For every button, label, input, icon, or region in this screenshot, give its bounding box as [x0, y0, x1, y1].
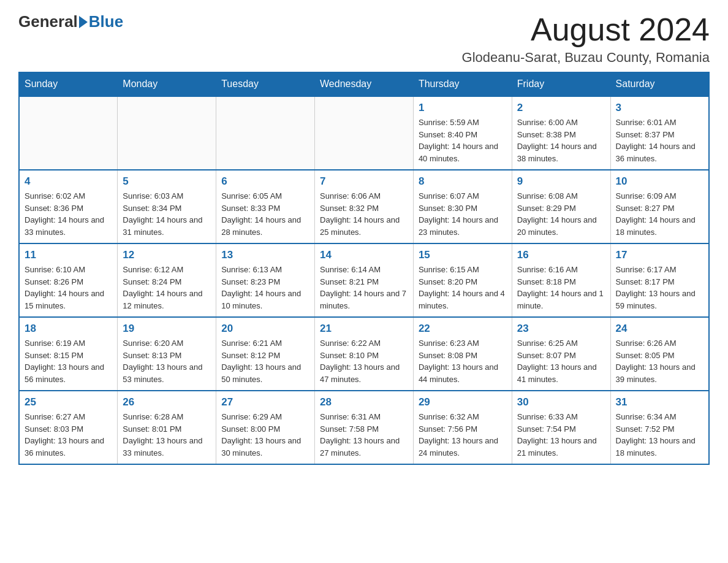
calendar-cell: 23Sunrise: 6:25 AM Sunset: 8:07 PM Dayli…	[512, 317, 610, 391]
calendar-cell: 24Sunrise: 6:26 AM Sunset: 8:05 PM Dayli…	[610, 317, 709, 391]
day-info: Sunrise: 6:08 AM Sunset: 8:29 PM Dayligh…	[517, 190, 605, 238]
day-number: 17	[616, 249, 703, 261]
calendar-header-thursday: Thursday	[413, 72, 512, 97]
day-number: 11	[25, 249, 112, 261]
day-number: 15	[419, 249, 507, 261]
day-info: Sunrise: 6:19 AM Sunset: 8:15 PM Dayligh…	[25, 337, 112, 385]
day-number: 20	[221, 323, 309, 335]
day-info: Sunrise: 6:09 AM Sunset: 8:27 PM Dayligh…	[616, 190, 703, 238]
calendar-cell: 31Sunrise: 6:34 AM Sunset: 7:52 PM Dayli…	[610, 391, 709, 464]
calendar-header-row: SundayMondayTuesdayWednesdayThursdayFrid…	[19, 72, 709, 97]
calendar-header-tuesday: Tuesday	[216, 72, 315, 97]
calendar-cell: 22Sunrise: 6:23 AM Sunset: 8:08 PM Dayli…	[413, 317, 512, 391]
calendar-cell: 8Sunrise: 6:07 AM Sunset: 8:30 PM Daylig…	[413, 170, 512, 243]
calendar-cell	[19, 96, 118, 170]
day-number: 28	[320, 396, 408, 408]
day-info: Sunrise: 6:05 AM Sunset: 8:33 PM Dayligh…	[221, 190, 309, 238]
day-number: 30	[517, 396, 605, 408]
calendar-cell: 16Sunrise: 6:16 AM Sunset: 8:18 PM Dayli…	[512, 243, 610, 317]
calendar-cell: 7Sunrise: 6:06 AM Sunset: 8:32 PM Daylig…	[315, 170, 414, 243]
calendar-cell	[216, 96, 315, 170]
calendar-cell: 3Sunrise: 6:01 AM Sunset: 8:37 PM Daylig…	[610, 96, 709, 170]
title-area: August 2024 Glodeanu-Sarat, Buzau County…	[462, 12, 710, 66]
day-info: Sunrise: 6:15 AM Sunset: 8:20 PM Dayligh…	[419, 264, 507, 312]
calendar-header-friday: Friday	[512, 72, 610, 97]
subtitle: Glodeanu-Sarat, Buzau County, Romania	[462, 50, 710, 66]
calendar-table: SundayMondayTuesdayWednesdayThursdayFrid…	[18, 72, 710, 465]
calendar-cell: 12Sunrise: 6:12 AM Sunset: 8:24 PM Dayli…	[118, 243, 216, 317]
day-info: Sunrise: 6:13 AM Sunset: 8:23 PM Dayligh…	[221, 264, 309, 312]
calendar-header-wednesday: Wednesday	[315, 72, 414, 97]
day-number: 2	[517, 102, 605, 114]
day-number: 1	[419, 102, 507, 114]
day-info: Sunrise: 6:27 AM Sunset: 8:03 PM Dayligh…	[25, 411, 112, 459]
day-info: Sunrise: 6:29 AM Sunset: 8:00 PM Dayligh…	[221, 411, 309, 459]
day-info: Sunrise: 6:02 AM Sunset: 8:36 PM Dayligh…	[25, 190, 112, 238]
calendar-cell: 5Sunrise: 6:03 AM Sunset: 8:34 PM Daylig…	[118, 170, 216, 243]
day-info: Sunrise: 6:21 AM Sunset: 8:12 PM Dayligh…	[221, 337, 309, 385]
calendar-cell: 30Sunrise: 6:33 AM Sunset: 7:54 PM Dayli…	[512, 391, 610, 464]
page-header: General Blue August 2024 Glodeanu-Sarat,…	[18, 12, 710, 66]
day-number: 3	[616, 102, 703, 114]
day-info: Sunrise: 6:17 AM Sunset: 8:17 PM Dayligh…	[616, 264, 703, 312]
calendar-cell: 2Sunrise: 6:00 AM Sunset: 8:38 PM Daylig…	[512, 96, 610, 170]
day-info: Sunrise: 6:12 AM Sunset: 8:24 PM Dayligh…	[123, 264, 211, 312]
day-info: Sunrise: 6:07 AM Sunset: 8:30 PM Dayligh…	[419, 190, 507, 238]
calendar-cell: 20Sunrise: 6:21 AM Sunset: 8:12 PM Dayli…	[216, 317, 315, 391]
calendar-week-row: 25Sunrise: 6:27 AM Sunset: 8:03 PM Dayli…	[19, 391, 709, 464]
calendar-cell: 14Sunrise: 6:14 AM Sunset: 8:21 PM Dayli…	[315, 243, 414, 317]
logo-general-text: General	[18, 12, 78, 31]
day-info: Sunrise: 6:28 AM Sunset: 8:01 PM Dayligh…	[123, 411, 211, 459]
day-info: Sunrise: 6:01 AM Sunset: 8:37 PM Dayligh…	[616, 117, 703, 164]
logo: General Blue	[18, 12, 123, 31]
day-number: 9	[517, 175, 605, 188]
calendar-cell: 4Sunrise: 6:02 AM Sunset: 8:36 PM Daylig…	[19, 170, 118, 243]
day-number: 23	[517, 323, 605, 335]
calendar-cell: 29Sunrise: 6:32 AM Sunset: 7:56 PM Dayli…	[413, 391, 512, 464]
logo-blue-text: Blue	[89, 12, 123, 31]
day-info: Sunrise: 6:14 AM Sunset: 8:21 PM Dayligh…	[320, 264, 408, 312]
calendar-header-monday: Monday	[118, 72, 216, 97]
day-number: 27	[221, 396, 309, 408]
day-number: 31	[616, 396, 703, 408]
calendar-cell: 19Sunrise: 6:20 AM Sunset: 8:13 PM Dayli…	[118, 317, 216, 391]
day-info: Sunrise: 6:03 AM Sunset: 8:34 PM Dayligh…	[123, 190, 211, 238]
calendar-cell: 13Sunrise: 6:13 AM Sunset: 8:23 PM Dayli…	[216, 243, 315, 317]
calendar-week-row: 4Sunrise: 6:02 AM Sunset: 8:36 PM Daylig…	[19, 170, 709, 243]
calendar-week-row: 18Sunrise: 6:19 AM Sunset: 8:15 PM Dayli…	[19, 317, 709, 391]
calendar-cell: 21Sunrise: 6:22 AM Sunset: 8:10 PM Dayli…	[315, 317, 414, 391]
calendar-cell	[315, 96, 414, 170]
day-number: 21	[320, 323, 408, 335]
day-number: 10	[616, 175, 703, 188]
day-number: 29	[419, 396, 507, 408]
day-info: Sunrise: 6:06 AM Sunset: 8:32 PM Dayligh…	[320, 190, 408, 238]
day-info: Sunrise: 6:32 AM Sunset: 7:56 PM Dayligh…	[419, 411, 507, 459]
day-info: Sunrise: 6:16 AM Sunset: 8:18 PM Dayligh…	[517, 264, 605, 312]
day-info: Sunrise: 6:10 AM Sunset: 8:26 PM Dayligh…	[25, 264, 112, 312]
day-number: 4	[25, 175, 112, 188]
day-info: Sunrise: 6:25 AM Sunset: 8:07 PM Dayligh…	[517, 337, 605, 385]
calendar-cell: 6Sunrise: 6:05 AM Sunset: 8:33 PM Daylig…	[216, 170, 315, 243]
day-number: 26	[123, 396, 211, 408]
calendar-cell: 27Sunrise: 6:29 AM Sunset: 8:00 PM Dayli…	[216, 391, 315, 464]
day-number: 14	[320, 249, 408, 261]
logo-arrow-icon	[79, 16, 88, 28]
calendar-cell: 10Sunrise: 6:09 AM Sunset: 8:27 PM Dayli…	[610, 170, 709, 243]
day-number: 18	[25, 323, 112, 335]
day-info: Sunrise: 6:31 AM Sunset: 7:58 PM Dayligh…	[320, 411, 408, 459]
calendar-header-saturday: Saturday	[610, 72, 709, 97]
calendar-cell: 17Sunrise: 6:17 AM Sunset: 8:17 PM Dayli…	[610, 243, 709, 317]
main-title: August 2024	[462, 12, 710, 47]
calendar-cell	[118, 96, 216, 170]
day-number: 13	[221, 249, 309, 261]
calendar-cell: 15Sunrise: 6:15 AM Sunset: 8:20 PM Dayli…	[413, 243, 512, 317]
calendar-cell: 26Sunrise: 6:28 AM Sunset: 8:01 PM Dayli…	[118, 391, 216, 464]
day-info: Sunrise: 6:20 AM Sunset: 8:13 PM Dayligh…	[123, 337, 211, 385]
day-number: 25	[25, 396, 112, 408]
day-number: 7	[320, 175, 408, 188]
day-number: 24	[616, 323, 703, 335]
day-info: Sunrise: 6:22 AM Sunset: 8:10 PM Dayligh…	[320, 337, 408, 385]
day-number: 5	[123, 175, 211, 188]
day-info: Sunrise: 6:00 AM Sunset: 8:38 PM Dayligh…	[517, 117, 605, 164]
calendar-week-row: 11Sunrise: 6:10 AM Sunset: 8:26 PM Dayli…	[19, 243, 709, 317]
